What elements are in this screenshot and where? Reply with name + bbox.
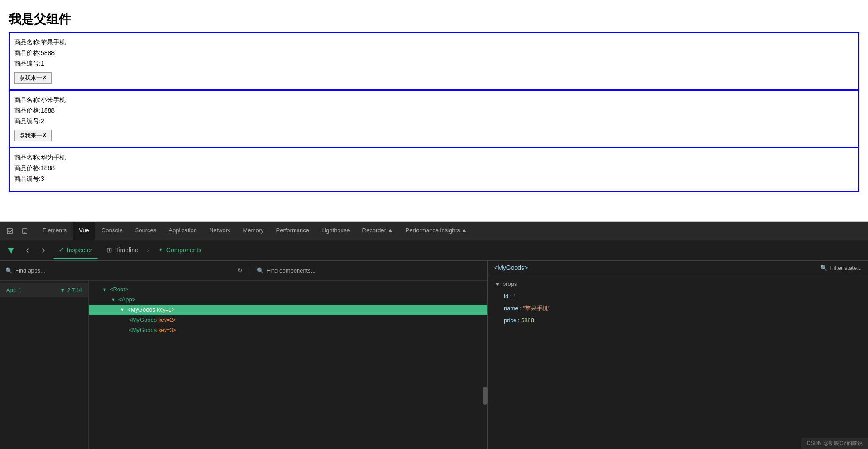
prop-value-name: "苹果手机"	[523, 305, 550, 312]
vue-left-panel: 🔍 Find apps... ↻ 🔍 Find components... Ap…	[0, 261, 488, 449]
prop-colon-price: :	[518, 317, 521, 324]
devtools-action-icons	[4, 225, 31, 237]
prop-colon-id: :	[510, 293, 513, 300]
tab-performance[interactable]: Performance	[270, 222, 315, 240]
props-arrow-icon: ▼	[495, 281, 500, 287]
inspector-icon: ✓	[59, 246, 64, 254]
click-btn-2[interactable]: 点我来一✗	[14, 130, 52, 141]
vue-tab-timeline[interactable]: ⊞ Timeline	[101, 242, 143, 259]
app-version-text: 2.7.14	[67, 287, 82, 293]
vue-tab-inspector[interactable]: ✓ Inspector	[53, 242, 98, 259]
root-component-label: <Root>	[110, 286, 129, 293]
vue-logo-icon: ▼	[6, 245, 16, 256]
find-components-search[interactable]: 🔍 Find components...	[257, 267, 482, 274]
tab-sources-label: Sources	[135, 227, 157, 234]
prop-value-price: 5888	[521, 317, 534, 324]
tab-memory-label: Memory	[243, 227, 264, 234]
refresh-button[interactable]: ↻	[234, 265, 246, 276]
props-label: props	[503, 281, 517, 287]
devtools-panel: Elements Vue Console Sources Application…	[0, 222, 868, 449]
tab-performance-label: Performance	[276, 227, 309, 234]
tree-arrow-mygoods-1: ▼	[120, 307, 125, 312]
tab-network[interactable]: Network	[203, 222, 237, 240]
tab-vue[interactable]: Vue	[73, 222, 95, 240]
tree-node-app[interactable]: ▼ <App>	[89, 294, 487, 305]
goods-name-2: 商品名称:小米手机	[14, 96, 854, 104]
selected-component-tag: <MyGoods>	[494, 264, 528, 271]
tab-console[interactable]: Console	[95, 222, 129, 240]
vue-tab-components[interactable]: ✦ Components	[153, 242, 207, 259]
tree-arrow-app: ▼	[111, 297, 116, 302]
goods-item-2: 商品名称:小米手机 商品价格:1888 商品编号:2 点我来一✗	[9, 90, 859, 148]
vue-toolbar: ▼ ✓ Inspector ⊞ Timeline › ✦ Components	[0, 240, 868, 261]
find-apps-search[interactable]: 🔍 Find apps...	[5, 267, 231, 274]
tree-node-root[interactable]: ▼ <Root>	[89, 284, 487, 294]
tree-node-mygoods-2[interactable]: <MyGoods key=2>	[89, 315, 487, 325]
right-header: <MyGoods> 🔍 Filter state...	[488, 261, 868, 275]
app-version: ▼ 2.7.14	[60, 287, 82, 293]
prop-value-id: 1	[513, 293, 516, 300]
tab-application-label: Application	[169, 227, 197, 234]
vue-tab-components-label: Components	[166, 246, 201, 254]
forward-button[interactable]	[37, 244, 50, 257]
inspect-icon[interactable]	[4, 225, 16, 237]
filter-state-placeholder: Filter state...	[830, 265, 862, 271]
tree-node-mygoods-1[interactable]: ▼ <MyGoods key=1>	[89, 305, 487, 315]
prop-row-id: id : 1	[495, 291, 861, 303]
devtools-tab-bar: Elements Vue Console Sources Application…	[0, 222, 868, 240]
vue-search-bar: 🔍 Find apps... ↻ 🔍 Find components...	[0, 261, 487, 281]
svg-point-2	[24, 232, 25, 233]
goods-id-1: 商品编号:1	[14, 60, 854, 68]
chevron-right-icon: ›	[147, 247, 149, 254]
tab-elements[interactable]: Elements	[36, 222, 73, 240]
goods-id-2: 商品编号:2	[14, 117, 854, 125]
mygoods-1-key: key=1>	[157, 307, 174, 313]
tab-application[interactable]: Application	[162, 222, 203, 240]
filter-icon: 🔍	[820, 265, 827, 271]
tab-performance-insights-label: Performance insights ▲	[406, 227, 467, 234]
main-content: 我是父组件 商品名称:苹果手机 商品价格:5888 商品编号:1 点我来一✗ 商…	[0, 0, 868, 222]
tab-console-label: Console	[102, 227, 123, 234]
page-title: 我是父组件	[9, 4, 859, 32]
goods-price-1: 商品价格:5888	[14, 49, 854, 57]
goods-name-3: 商品名称:华为手机	[14, 154, 854, 162]
find-components-placeholder: Find components...	[267, 267, 316, 274]
goods-price-3: 商品价格:1888	[14, 164, 854, 172]
vue-version-logo: ▼	[60, 287, 66, 293]
goods-name-1: 商品名称:苹果手机	[14, 39, 854, 47]
footer-text: CSDN @初映CY的前说	[807, 440, 863, 446]
tab-sources[interactable]: Sources	[129, 222, 163, 240]
component-tree: ▼ <Root> ▼ <App> ▼ <MyGoods key=1> <MyGo…	[89, 281, 487, 449]
prop-row-price: price : 5888	[495, 315, 861, 327]
tab-lighthouse[interactable]: Lighthouse	[315, 222, 356, 240]
tree-node-mygoods-3[interactable]: <MyGoods key=3>	[89, 325, 487, 335]
tab-elements-label: Elements	[43, 227, 67, 234]
tab-recorder[interactable]: Recorder ▲	[356, 222, 400, 240]
click-btn-1[interactable]: 点我来一✗	[14, 72, 52, 84]
mygoods-2-label: <MyGoods	[129, 316, 157, 323]
device-icon[interactable]	[19, 225, 31, 237]
tab-performance-insights[interactable]: Performance insights ▲	[400, 222, 474, 240]
tab-recorder-label: Recorder ▲	[362, 227, 393, 234]
back-button[interactable]	[21, 244, 34, 257]
tab-memory[interactable]: Memory	[237, 222, 270, 240]
find-apps-placeholder: Find apps...	[15, 267, 45, 274]
app-item-name: App 1	[6, 287, 21, 293]
goods-price-2: 商品价格:1888	[14, 107, 854, 115]
app-item-1[interactable]: App 1 ▼ 2.7.14	[0, 283, 88, 297]
vue-tab-timeline-label: Timeline	[115, 246, 138, 254]
vue-tree-content: App 1 ▼ 2.7.14 ▼ <Root> ▼	[0, 281, 487, 449]
goods-item-3: 商品名称:华为手机 商品价格:1888 商品编号:3	[9, 148, 859, 192]
tree-arrow-root: ▼	[102, 287, 107, 292]
separator	[251, 264, 251, 277]
scroll-handle[interactable]	[483, 387, 488, 405]
vue-right-panel: <MyGoods> 🔍 Filter state... ▼ props id :…	[488, 261, 868, 449]
prop-key-price: price	[504, 317, 516, 324]
timeline-icon: ⊞	[106, 246, 112, 254]
app-list: App 1 ▼ 2.7.14	[0, 281, 89, 449]
filter-state-bar[interactable]: 🔍 Filter state...	[820, 265, 862, 271]
prop-key-id: id	[504, 293, 508, 300]
mygoods-3-key: key=3>	[158, 327, 176, 333]
search-icon-components: 🔍	[257, 267, 264, 274]
goods-item-1: 商品名称:苹果手机 商品价格:5888 商品编号:1 点我来一✗	[9, 32, 859, 90]
